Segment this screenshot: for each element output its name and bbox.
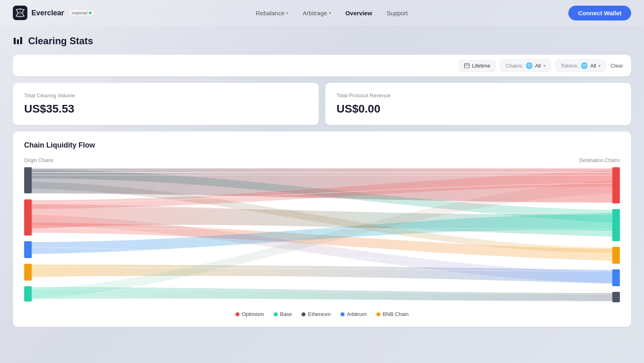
- svg-rect-13: [612, 269, 620, 286]
- network-label: mainnet: [72, 10, 87, 15]
- sankey-diagram: [24, 166, 620, 305]
- arbitrum-dot: [341, 312, 345, 316]
- chains-globe-icon: 🌐: [526, 62, 533, 69]
- filter-bar: Lifetime Chains: 🌐 All ▾ Tokens: 🌐 All ▾…: [13, 55, 631, 76]
- svg-rect-4: [464, 64, 469, 68]
- svg-rect-5: [24, 167, 32, 193]
- tokens-globe-icon: 🌐: [581, 62, 588, 69]
- nav-support[interactable]: Support: [387, 10, 408, 16]
- chart-title: Chain Liquidity Flow: [24, 141, 620, 150]
- chains-filter-label: Chains:: [506, 63, 523, 69]
- svg-rect-1: [14, 38, 16, 44]
- brand-section: Everclear mainnet: [13, 6, 95, 20]
- origin-chains-label: Origin Chains: [24, 158, 54, 163]
- chain-axis-labels: Origin Chains Destination Chains: [24, 158, 620, 163]
- page-title-section: Clearing Stats: [13, 35, 631, 47]
- bnb-dot: [376, 312, 380, 316]
- total-protocol-revenue-value: US$0.00: [336, 103, 620, 115]
- nav-overview[interactable]: Overview: [345, 10, 372, 16]
- connect-wallet-button[interactable]: Connect Wallet: [568, 6, 631, 21]
- optimism-dot: [235, 312, 239, 316]
- arbitrum-label: Arbitrum: [347, 311, 367, 317]
- base-dot: [274, 312, 278, 316]
- lifetime-label: Lifetime: [472, 63, 491, 69]
- total-protocol-revenue-label: Total Protocol Revenue: [336, 92, 620, 98]
- svg-rect-2: [17, 39, 19, 44]
- ethereum-dot: [301, 312, 305, 316]
- sankey-svg: [24, 166, 620, 303]
- tokens-filter-label: Tokens:: [561, 63, 579, 69]
- legend-arbitrum: Arbitrum: [341, 311, 367, 317]
- chain-liquidity-flow-card: Chain Liquidity Flow Origin Chains Desti…: [13, 131, 631, 327]
- legend-ethereum: Ethereum: [301, 311, 330, 317]
- svg-rect-7: [24, 241, 32, 258]
- navbar: Everclear mainnet Rebalance ▾ Arbitrage …: [0, 0, 644, 26]
- main-nav: Rebalance ▾ Arbitrage ▾ Overview Support: [256, 10, 408, 16]
- bnb-label: BNB Chain: [383, 311, 409, 317]
- svg-rect-6: [24, 199, 32, 236]
- network-badge: mainnet: [68, 9, 95, 16]
- chart-legend: Optimism Base Ethereum Arbitrum BNB Chai…: [24, 311, 620, 317]
- stats-cards: Total Clearing Volume US$35.53 Total Pro…: [13, 83, 631, 125]
- optimism-label: Optimism: [242, 311, 264, 317]
- svg-rect-10: [612, 167, 620, 203]
- arbitrage-chevron-icon: ▾: [329, 11, 331, 15]
- calendar-icon: [464, 63, 470, 68]
- total-clearing-volume-card: Total Clearing Volume US$35.53: [13, 83, 319, 125]
- chains-filter-button[interactable]: Chains: 🌐 All ▾: [500, 59, 551, 72]
- chains-chevron-icon: ▾: [543, 64, 545, 68]
- logo-icon: [13, 6, 27, 20]
- nav-rebalance[interactable]: Rebalance ▾: [256, 10, 288, 16]
- legend-optimism: Optimism: [235, 311, 264, 317]
- svg-rect-3: [20, 37, 22, 44]
- nav-arbitrage[interactable]: Arbitrage ▾: [303, 10, 331, 16]
- clear-button[interactable]: Clear: [611, 63, 623, 69]
- svg-rect-8: [24, 264, 32, 281]
- network-status-dot: [89, 12, 91, 14]
- total-clearing-volume-value: US$35.53: [24, 103, 308, 115]
- svg-rect-9: [24, 286, 32, 301]
- lifetime-filter-button[interactable]: Lifetime: [459, 60, 496, 72]
- tokens-chevron-icon: ▾: [599, 64, 601, 68]
- page-title-text: Clearing Stats: [28, 35, 93, 47]
- clearing-stats-icon: [13, 35, 24, 47]
- base-label: Base: [280, 311, 292, 317]
- svg-rect-12: [612, 247, 620, 264]
- destination-chains-label: Destination Chains: [579, 158, 620, 163]
- legend-base: Base: [274, 311, 292, 317]
- svg-rect-11: [612, 209, 620, 241]
- brand-name: Everclear: [31, 9, 64, 17]
- rebalance-chevron-icon: ▾: [286, 11, 288, 15]
- total-clearing-volume-label: Total Clearing Volume: [24, 92, 308, 98]
- total-protocol-revenue-card: Total Protocol Revenue US$0.00: [325, 83, 631, 125]
- ethereum-label: Ethereum: [308, 311, 330, 317]
- page-content: Clearing Stats Lifetime Chains: 🌐 All ▾ …: [0, 26, 644, 336]
- legend-bnb: BNB Chain: [376, 311, 409, 317]
- tokens-filter-button[interactable]: Tokens: 🌐 All ▾: [555, 59, 606, 72]
- svg-rect-14: [612, 292, 620, 302]
- chains-filter-value: All: [535, 63, 541, 69]
- tokens-filter-value: All: [590, 63, 596, 69]
